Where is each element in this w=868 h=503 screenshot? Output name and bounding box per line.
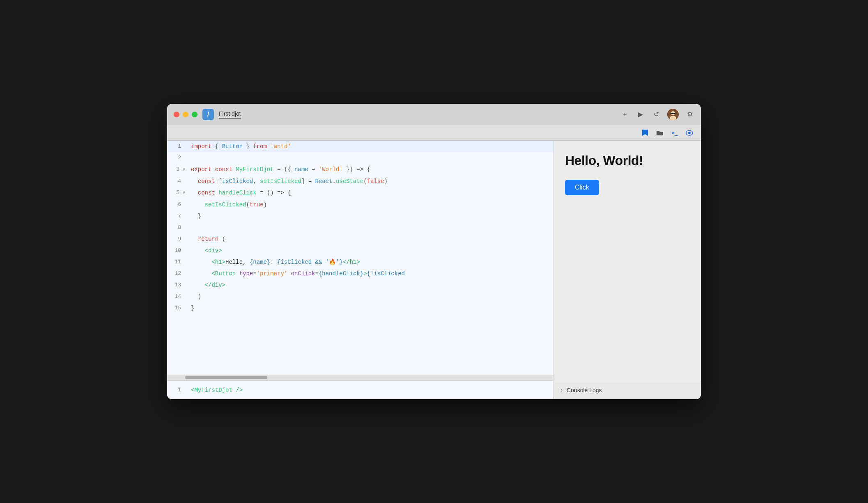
code-line: 12 <Button type='primary' onClick={handl… — [167, 268, 553, 279]
line-content: </div> — [188, 279, 553, 291]
code-line: 8 — [167, 222, 553, 233]
line-content: } — [188, 302, 553, 314]
preview-click-button[interactable]: Click — [565, 180, 599, 195]
toolbar: >_ — [167, 125, 701, 141]
line-content: <div> — [188, 245, 553, 256]
line-number: 4 — [167, 176, 188, 187]
line-content: const handleClick = () => { — [188, 187, 553, 199]
code-line: 2 — [167, 152, 553, 164]
preview-panel: Hello, World! Click › Console Logs — [553, 141, 701, 399]
preview-heading: Hello, World! — [565, 153, 689, 168]
line-content: } — [188, 210, 553, 222]
add-tab-button[interactable]: + — [620, 110, 629, 119]
console-label: Console Logs — [567, 387, 602, 393]
line-number: 13 — [167, 279, 188, 291]
line-content: ) — [188, 291, 553, 302]
code-line: 10 <div> — [167, 245, 553, 256]
tab-icon: / — [202, 109, 214, 120]
line-number: 6 — [167, 199, 188, 210]
line-content: import { Button } from 'antd' — [188, 141, 553, 152]
app-window: / First djot + ▶ ↺ ⚙ — [167, 104, 701, 399]
svg-point-7 — [688, 132, 691, 134]
tab-title[interactable]: First djot — [219, 110, 241, 119]
close-button[interactable] — [174, 112, 179, 117]
line-number: 14 — [167, 291, 188, 302]
terminal-icon[interactable]: >_ — [670, 128, 680, 138]
code-editor: 1 import { Button } from 'antd' 2 3 ∨ ex… — [167, 141, 553, 399]
avatar[interactable] — [667, 109, 679, 120]
code-line: 7 } — [167, 210, 553, 222]
code-line: 9 return ( — [167, 233, 553, 245]
bottom-entry-bar: 1 <MyFirstDjot /> — [167, 380, 553, 399]
preview-content: Hello, World! Click — [553, 141, 701, 381]
code-line: 15 } — [167, 302, 553, 314]
code-line: 11 <h1>Hello, {name}! {isClicked && '🔥'}… — [167, 256, 553, 268]
horizontal-scrollbar[interactable] — [167, 375, 553, 380]
svg-rect-3 — [671, 113, 673, 114]
code-line: 5 ∨ const handleClick = () => { — [167, 187, 553, 199]
line-content: <h1>Hello, {name}! {isClicked && '🔥'}</h… — [188, 256, 553, 268]
line-number: 7 — [167, 210, 188, 222]
line-number: 2 — [167, 152, 188, 164]
code-line: 13 </div> — [167, 279, 553, 291]
play-button[interactable]: ▶ — [636, 110, 645, 119]
bookmark-icon[interactable] — [640, 128, 650, 138]
line-content: <Button type='primary' onClick={handleCl… — [188, 268, 553, 279]
code-line: 14 ) — [167, 291, 553, 302]
line-number: 8 — [167, 222, 188, 233]
line-content: const [isClicked, setIsClicked] = React.… — [188, 176, 553, 187]
line-number: 3 ∨ — [167, 164, 188, 176]
settings-button[interactable]: ⚙ — [685, 110, 694, 119]
line-number: 9 — [167, 233, 188, 245]
line-number: 1 — [167, 141, 188, 152]
titlebar-actions: + ▶ ↺ ⚙ — [620, 109, 694, 120]
refresh-button[interactable]: ↺ — [652, 110, 661, 119]
line-number: 15 — [167, 302, 188, 314]
minimize-button[interactable] — [183, 112, 188, 117]
eye-icon[interactable] — [684, 128, 694, 138]
bottom-entry-code: <MyFirstDjot /> — [188, 387, 243, 393]
line-number: 12 — [167, 268, 188, 279]
line-number: 5 ∨ — [167, 187, 188, 199]
svg-rect-4 — [673, 113, 675, 114]
console-chevron-icon: › — [561, 387, 563, 393]
code-line: 3 ∨ export const MyFirstDjot = ({ name =… — [167, 164, 553, 176]
maximize-button[interactable] — [192, 112, 197, 117]
line-content: setIsClicked(true) — [188, 199, 553, 210]
traffic-lights — [174, 112, 197, 117]
scrollbar-thumb[interactable] — [185, 376, 267, 379]
line-content: return ( — [188, 233, 553, 245]
code-line: 1 import { Button } from 'antd' — [167, 141, 553, 152]
code-line: 6 setIsClicked(true) — [167, 199, 553, 210]
folder-icon[interactable] — [655, 128, 665, 138]
titlebar: / First djot + ▶ ↺ ⚙ — [167, 104, 701, 125]
console-section[interactable]: › Console Logs — [553, 381, 701, 399]
line-number: 10 — [167, 245, 188, 256]
code-lines[interactable]: 1 import { Button } from 'antd' 2 3 ∨ ex… — [167, 141, 553, 375]
main-area: 1 import { Button } from 'antd' 2 3 ∨ ex… — [167, 141, 701, 399]
line-content: export const MyFirstDjot = ({ name = 'Wo… — [188, 164, 553, 175]
code-line: 4 const [isClicked, setIsClicked] = Reac… — [167, 176, 553, 187]
bottom-line-number: 1 — [167, 387, 188, 393]
line-number: 11 — [167, 256, 188, 268]
